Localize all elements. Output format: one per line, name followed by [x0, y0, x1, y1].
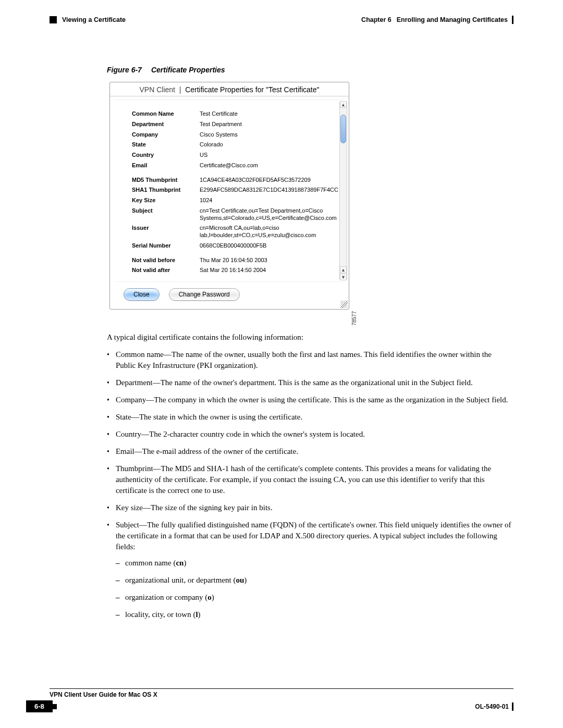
list-item: State—The state in which the owner is us…: [107, 412, 513, 423]
property-row: Not valid afterSat Mar 20 16:14:50 2004: [132, 267, 332, 274]
property-value: Test Department: [200, 121, 242, 128]
property-value: US: [200, 152, 207, 159]
dialog-titlebar: VPN Client | Certificate Properties for …: [110, 82, 349, 96]
scroll-up-alt-icon[interactable]: ▲: [340, 266, 347, 273]
property-value: E299AFC589DCA8312E7C1DC41391887389F7F4CC: [200, 187, 338, 194]
resize-grip-icon[interactable]: [340, 301, 348, 308]
list-item: Country—The 2-character country code in …: [107, 429, 513, 440]
property-row: SHA1 ThumbprintE299AFC589DCA8312E7C1DC41…: [132, 187, 332, 194]
property-label: MD5 Thumbprint: [132, 177, 200, 184]
property-value: Colorado: [200, 141, 223, 149]
list-item: Key size—The size of the signing key pai…: [107, 502, 513, 513]
sub-list: common name (cn) organizational unit, or…: [116, 558, 513, 620]
page-header: Viewing a Certificate Chapter 6Enrolling…: [50, 16, 513, 24]
property-value: Thu Mar 20 16:04:50 2003: [200, 257, 267, 264]
header-marker-icon: [50, 16, 57, 23]
list-item: Department—The name of the owner's depar…: [107, 377, 513, 388]
scroll-thumb[interactable]: [340, 115, 346, 143]
section-title: Viewing a Certificate: [62, 16, 126, 23]
property-label: Issuer: [132, 225, 200, 239]
property-row: Serial Number0668C0EB000400000F5B: [132, 242, 332, 250]
property-label: Not valid after: [132, 267, 200, 274]
sub-list-item: locality, city, or town (l): [116, 609, 513, 620]
property-row: Issuercn=Microsoft CA,ou=lab,o=ciso lab,…: [132, 225, 332, 239]
scroll-down-icon[interactable]: ▼: [340, 274, 347, 280]
scroll-up-icon[interactable]: ▲: [340, 101, 347, 108]
property-value: Test Certificate: [200, 110, 238, 118]
property-value: cn=Test Certificate,ou=Test Department,o…: [200, 207, 337, 222]
property-label: Department: [132, 121, 200, 128]
doc-id: OL-5490-01: [475, 703, 509, 710]
intro-paragraph: A typical digital certificate contains t…: [107, 333, 513, 342]
property-label: Email: [132, 162, 200, 169]
property-value: 0668C0EB000400000F5B: [200, 242, 266, 250]
header-right-bar-icon: [512, 16, 513, 24]
property-label: Common Name: [132, 110, 200, 118]
property-label: Country: [132, 152, 200, 159]
chapter-label: Chapter 6Enrolling and Managing Certific…: [361, 16, 508, 23]
property-row: Subjectcn=Test Certificate,ou=Test Depar…: [132, 207, 332, 222]
property-label: Subject: [132, 207, 200, 222]
property-row: CompanyCisco Systems: [132, 131, 332, 139]
property-label: Serial Number: [132, 242, 200, 250]
property-value: 1024: [200, 197, 212, 204]
list-item: Common name—The name of the owner, usual…: [107, 349, 513, 371]
property-row: Key Size1024: [132, 197, 332, 204]
property-value: Certificate@Cisco.com: [200, 162, 258, 169]
change-password-button[interactable]: Change Password: [169, 288, 240, 301]
footer-right-bar-icon: [512, 702, 513, 711]
vertical-scrollbar[interactable]: ▲ ▲ ▼: [339, 101, 347, 280]
page-footer: VPN Client User Guide for Mac OS X 6-8 O…: [26, 688, 513, 712]
list-item: Company—The company in which the owner i…: [107, 394, 513, 405]
figure-image-id: 78577: [351, 311, 357, 326]
property-value: Cisco Systems: [200, 131, 238, 139]
property-value: cn=Microsoft CA,ou=lab,o=ciso lab,l=boul…: [200, 225, 332, 239]
footer-marker-icon: [52, 704, 57, 709]
list-item: Subject—The fully qualified distinguishe…: [107, 520, 513, 626]
property-label: State: [132, 141, 200, 149]
sub-list-item: organizational unit, or department (ou): [116, 575, 513, 586]
property-label: Key Size: [132, 197, 200, 204]
property-label: Company: [132, 131, 200, 139]
figure-caption: Figure 6-7Certificate Properties: [107, 66, 513, 74]
property-row: MD5 Thumbprint1CA94CE48A03C02F0EFD5AF5C3…: [132, 177, 332, 184]
property-label: SHA1 Thumbprint: [132, 187, 200, 194]
property-row: EmailCertificate@Cisco.com: [132, 162, 332, 169]
property-value: 1CA94CE48A03C02F0EFD5AF5C3572209: [200, 177, 311, 184]
property-row: StateColorado: [132, 141, 332, 149]
property-value: Sat Mar 20 16:14:50 2004: [200, 267, 266, 274]
close-button[interactable]: Close: [124, 288, 160, 301]
property-row: CountryUS: [132, 152, 332, 159]
certificate-properties-dialog: VPN Client | Certificate Properties for …: [109, 82, 349, 310]
sub-list-item: organization or company (o): [116, 592, 513, 603]
property-row: Not valid beforeThu Mar 20 16:04:50 2003: [132, 257, 332, 264]
page-number: 6-8: [26, 700, 53, 712]
list-item: Thumbprint—The MD5 and SHA-1 hash of the…: [107, 463, 513, 496]
sub-list-item: common name (cn): [116, 558, 513, 569]
list-item: Email—The e-mail address of the owner of…: [107, 446, 513, 457]
property-label: Not valid before: [132, 257, 200, 264]
doc-title: VPN Client User Guide for Mac OS X: [50, 691, 157, 698]
property-row: DepartmentTest Department: [132, 121, 332, 128]
bullet-list: Common name—The name of the owner, usual…: [107, 349, 513, 626]
property-row: Common NameTest Certificate: [132, 110, 332, 118]
